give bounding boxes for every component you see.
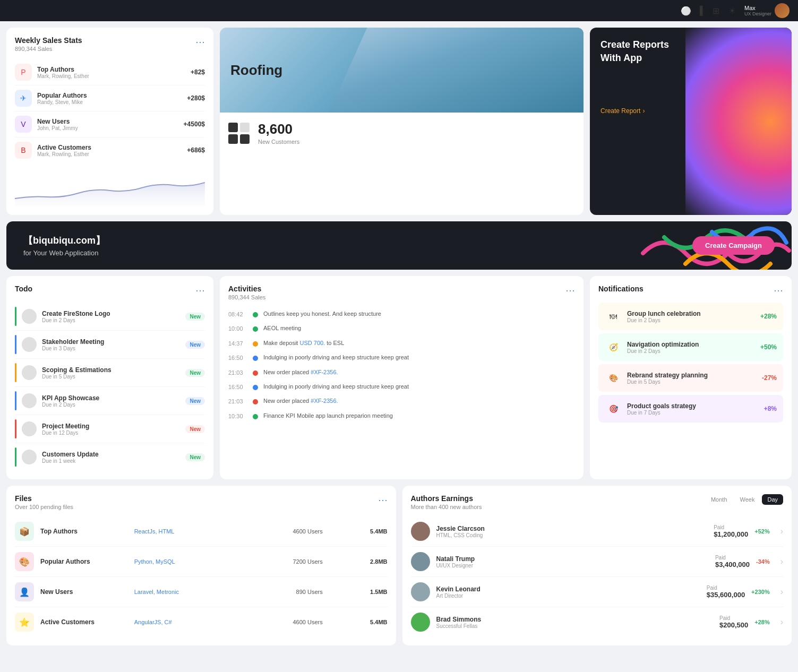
- file-tags: ReactJs, HTML: [134, 528, 244, 535]
- todo-list: Create FireStone Logo Due in 2 Days New …: [15, 303, 205, 471]
- notifications-title: Notifications: [598, 285, 774, 293]
- square-dark-3: [240, 134, 250, 144]
- activities-header-info: Activities 890,344 Sales: [228, 285, 565, 300]
- author-change: -34%: [756, 558, 770, 565]
- file-item: ⭐ Active Customers AngularJS, C# 4600 Us…: [15, 607, 388, 637]
- activity-time: 16:50: [228, 384, 247, 390]
- authors-earnings-card: Authors Earnings More than 400 new autho…: [402, 486, 792, 645]
- author-arrow-icon[interactable]: ›: [780, 617, 783, 627]
- author-info: Kevin Leonard Art Director: [436, 585, 700, 599]
- files-title: Files: [15, 494, 378, 503]
- todo-info: Project Meeting Due in 12 Days: [42, 423, 185, 436]
- earnings-tab-week[interactable]: Week: [735, 494, 760, 505]
- todo-info: KPI App Showcase Due in 2 Days: [42, 394, 185, 408]
- author-item: Natali Trump UI/UX Designer Paid $3,400,…: [411, 547, 784, 577]
- sales-item: ✈ Popular Authors Randy, Steve, Mike +28…: [15, 85, 205, 111]
- author-arrow-icon[interactable]: ›: [780, 557, 783, 566]
- weekly-sales-info: Weekly Sales Stats 890,344 Sales: [15, 36, 195, 52]
- todo-info: Stakeholder Meeting Due in 3 Days: [42, 338, 185, 351]
- todo-avatar: [22, 309, 37, 324]
- create-campaign-button[interactable]: Create Campaign: [692, 236, 775, 255]
- sales-item-info: Top Authors Mark, Rowling, Esther: [37, 66, 191, 79]
- weekly-sales-title: Weekly Sales Stats: [15, 36, 195, 45]
- sales-item-icon: V: [15, 116, 32, 133]
- notification-name: Rebrand strategy planning: [627, 372, 757, 379]
- file-icon: ⭐: [15, 613, 34, 632]
- author-avatar: [411, 522, 430, 541]
- sales-item-sub: Randy, Steve, Mike: [37, 99, 187, 105]
- todo-bar: [15, 419, 16, 438]
- activity-item: 16:50 Indulging in poorly driving and ke…: [228, 380, 575, 394]
- roofing-squares: [228, 123, 250, 144]
- roofing-title: Roofing: [230, 62, 282, 79]
- reports-link[interactable]: Create Report ›: [600, 107, 781, 115]
- todo-avatar: [22, 450, 37, 464]
- activity-dot: [253, 326, 258, 332]
- author-amount: $200,500: [719, 621, 748, 629]
- author-avatar: [411, 582, 430, 601]
- activity-text: AEOL meeting: [263, 324, 301, 332]
- apps-icon[interactable]: ⊞: [713, 6, 722, 15]
- author-name: Brad Simmons: [436, 616, 713, 623]
- todo-item: Customers Update Due in 1 week New: [15, 443, 205, 471]
- user-info: Max UX Designer: [744, 3, 790, 18]
- todo-due: Due in 12 Days: [42, 430, 185, 436]
- weekly-sales-options[interactable]: ⋯: [195, 36, 205, 48]
- todo-avatar: [22, 337, 37, 352]
- sales-item-icon: B: [15, 142, 32, 159]
- activity-time: 08:42: [228, 311, 247, 317]
- todo-item: Create FireStone Logo Due in 2 Days New: [15, 303, 205, 331]
- todo-bar: [15, 335, 16, 354]
- todo-options[interactable]: ⋯: [195, 285, 205, 296]
- roofing-decor: [329, 28, 584, 113]
- notifications-options[interactable]: ⋯: [774, 285, 783, 296]
- author-arrow-icon[interactable]: ›: [780, 587, 783, 597]
- notification-item: 🎯 Product goals strategy Due in 7 Days +…: [598, 395, 783, 423]
- user-avatar[interactable]: [775, 3, 790, 18]
- sales-list: P Top Authors Mark, Rowling, Esther +82$…: [15, 59, 205, 163]
- todo-item: Scoping & Estimations Due in 5 Days New: [15, 359, 205, 387]
- author-amount: $35,600,000: [707, 591, 745, 599]
- todo-item: KPI App Showcase Due in 2 Days New: [15, 387, 205, 415]
- row2: Todo ⋯ Create FireStone Logo Due in 2 Da…: [6, 276, 792, 479]
- files-header: Files Over 100 pending files ⋯: [15, 494, 388, 510]
- activities-title: Activities: [228, 285, 565, 293]
- notification-name: Navigation optimization: [627, 341, 755, 348]
- roofing-bottom: 8,600 New Customers: [220, 113, 584, 153]
- weekly-sales-header: Weekly Sales Stats 890,344 Sales ⋯: [15, 36, 205, 52]
- activities-options[interactable]: ⋯: [565, 285, 575, 296]
- earnings-tab-month[interactable]: Month: [706, 494, 733, 505]
- todo-name: Stakeholder Meeting: [42, 338, 185, 346]
- sales-item-sub: Mark, Rowling, Esther: [37, 73, 191, 79]
- row3: Files Over 100 pending files ⋯ 📦 Top Aut…: [6, 486, 792, 645]
- earnings-tab-day[interactable]: Day: [762, 494, 783, 505]
- author-info: Jessie Clarcson HTML, CSS Coding: [436, 525, 708, 538]
- reports-card: Create ReportsWith App Create Report ›: [590, 28, 792, 215]
- sales-item-name: Active Customers: [37, 144, 187, 151]
- files-options[interactable]: ⋯: [378, 494, 388, 506]
- activity-text: New order placed #XF-2356.: [263, 368, 338, 376]
- file-users: 4600 Users: [250, 619, 323, 625]
- author-payment: Paid $35,600,000: [707, 585, 745, 599]
- author-arrow-icon[interactable]: ›: [780, 527, 783, 536]
- notification-due: Due in 7 Days: [627, 410, 759, 416]
- activities-header: Activities 890,344 Sales ⋯: [228, 285, 575, 300]
- reports-title: Create ReportsWith App: [600, 38, 781, 65]
- author-name: Kevin Leonard: [436, 585, 700, 593]
- weekly-sales-card: Weekly Sales Stats 890,344 Sales ⋯ P Top…: [6, 28, 213, 215]
- sales-chart: [15, 169, 205, 206]
- activity-item: 10:30 Finance KPI Mobile app launch prep…: [228, 409, 575, 423]
- author-item: Kevin Leonard Art Director Paid $35,600,…: [411, 577, 784, 607]
- authors-earnings-info: Authors Earnings More than 400 new autho…: [411, 494, 706, 510]
- activities-list: 08:42 Outlines keep you honest. And keep…: [228, 307, 575, 423]
- activity-item: 10:00 AEOL meeting: [228, 321, 575, 335]
- author-avatar: [411, 613, 430, 632]
- file-item: 📦 Top Authors ReactJs, HTML 4600 Users 5…: [15, 516, 388, 547]
- search-icon[interactable]: ⚪: [681, 6, 690, 15]
- notifications-header-info: Notifications: [598, 285, 774, 293]
- notification-due: Due in 2 Days: [627, 348, 755, 354]
- notification-value: +50%: [760, 343, 777, 351]
- author-payment: Paid $3,400,000: [715, 555, 750, 568]
- activity-time: 10:00: [228, 325, 247, 332]
- display-icon[interactable]: ☀: [728, 6, 738, 15]
